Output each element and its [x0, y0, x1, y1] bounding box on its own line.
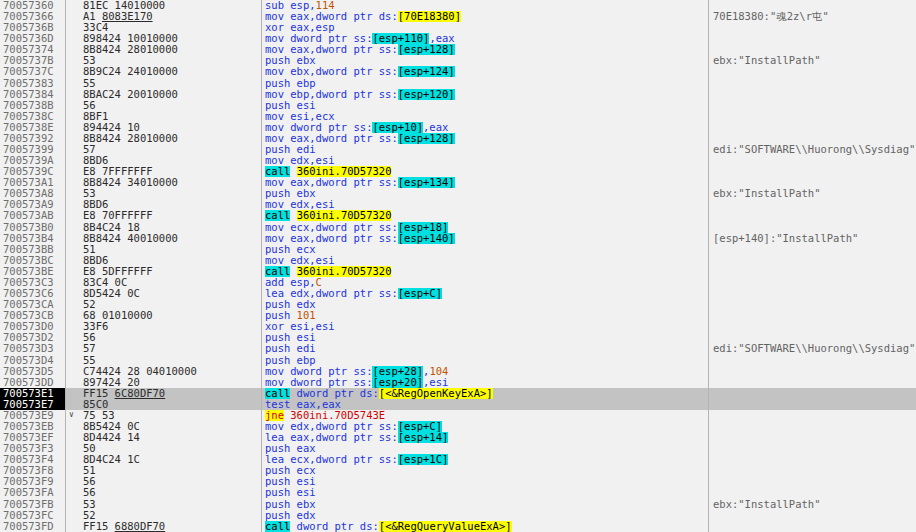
- instruction-cell[interactable]: call 360ini.70D57320: [261, 166, 708, 177]
- comment-cell[interactable]: [708, 443, 916, 454]
- disasm-row[interactable]: 700573E9∨75 53jne 360ini.70D5743E: [0, 410, 916, 421]
- instruction-cell[interactable]: push ebx: [261, 499, 708, 510]
- disasm-row[interactable]: 700573A98BD6mov edx,esi: [0, 199, 916, 210]
- disasm-row[interactable]: 700573928B8424 28010000mov eax,dword ptr…: [0, 133, 916, 144]
- disasm-row[interactable]: 700573D256push esi: [0, 332, 916, 343]
- bytes-cell[interactable]: 56: [65, 332, 261, 343]
- address-cell[interactable]: 700573B0: [0, 222, 65, 233]
- address-cell[interactable]: 7005737C: [0, 66, 65, 77]
- instruction-cell[interactable]: push ecx: [261, 465, 708, 476]
- comment-cell[interactable]: [708, 476, 916, 487]
- disasm-row[interactable]: 700573CB68 01010000push 101: [0, 310, 916, 321]
- address-cell[interactable]: 7005737B: [0, 55, 65, 66]
- bytes-cell[interactable]: 57: [65, 343, 261, 354]
- bytes-cell[interactable]: 68 01010000: [65, 310, 261, 321]
- disasm-row[interactable]: 700573A18B8424 34010000mov eax,dword ptr…: [0, 177, 916, 188]
- comment-cell[interactable]: ebx:"InstallPath": [708, 188, 916, 199]
- address-cell[interactable]: 700573D4: [0, 355, 65, 366]
- comment-cell[interactable]: [708, 299, 916, 310]
- disasm-row[interactable]: 700573A853push ebxebx:"InstallPath": [0, 188, 916, 199]
- comment-cell[interactable]: [708, 66, 916, 77]
- bytes-cell[interactable]: 56: [65, 487, 261, 498]
- comment-cell[interactable]: [708, 255, 916, 266]
- bytes-cell[interactable]: 8BD6: [65, 255, 261, 266]
- instruction-cell[interactable]: mov edx,dword ptr ss:[esp+C]: [261, 421, 708, 432]
- instruction-cell[interactable]: mov dword ptr ss:[esp+20],esi: [261, 377, 708, 388]
- address-cell[interactable]: 700573BB: [0, 244, 65, 255]
- comment-cell[interactable]: [708, 122, 916, 133]
- disasm-row[interactable]: 7005738B56push esi: [0, 100, 916, 111]
- comment-cell[interactable]: [708, 465, 916, 476]
- address-cell[interactable]: 700573E9: [0, 410, 65, 421]
- comment-cell[interactable]: [708, 277, 916, 288]
- comment-cell[interactable]: [708, 355, 916, 366]
- disasm-row[interactable]: 7005737B53push ebxebx:"InstallPath": [0, 55, 916, 66]
- comment-cell[interactable]: [708, 155, 916, 166]
- disasm-row[interactable]: 700573CA52push edx: [0, 299, 916, 310]
- address-cell[interactable]: 7005738B: [0, 100, 65, 111]
- address-cell[interactable]: 700573A8: [0, 188, 65, 199]
- bytes-cell[interactable]: 50: [65, 443, 261, 454]
- disasm-row[interactable]: 700573DD897424 20mov dword ptr ss:[esp+2…: [0, 377, 916, 388]
- comment-cell[interactable]: [esp+140]:"InstallPath": [708, 233, 916, 244]
- address-cell[interactable]: 700573FA: [0, 487, 65, 498]
- comment-cell[interactable]: [708, 510, 916, 521]
- disasm-row[interactable]: 700573D5C74424 28 04010000mov dword ptr …: [0, 366, 916, 377]
- address-cell[interactable]: 70057374: [0, 44, 65, 55]
- comment-cell[interactable]: ebx:"InstallPath": [708, 499, 916, 510]
- bytes-cell[interactable]: E8 7FFFFFFF: [65, 166, 261, 177]
- bytes-cell[interactable]: 8B4C24 18: [65, 222, 261, 233]
- bytes-cell[interactable]: 56: [65, 476, 261, 487]
- disasm-row[interactable]: 7005736D898424 10010000mov dword ptr ss:…: [0, 33, 916, 44]
- disasm-row[interactable]: 700573D033F6xor esi,esi: [0, 321, 916, 332]
- instruction-cell[interactable]: mov eax,dword ptr ss:[esp+128]: [261, 133, 708, 144]
- comment-cell[interactable]: [708, 421, 916, 432]
- instruction-cell[interactable]: lea edx,dword ptr ss:[esp+C]: [261, 288, 708, 299]
- address-cell[interactable]: 700573C6: [0, 288, 65, 299]
- comment-cell[interactable]: [708, 399, 916, 410]
- comment-cell[interactable]: [708, 310, 916, 321]
- disasm-row[interactable]: 700573E1FF15 6C80DF70call dword ptr ds:[…: [0, 388, 916, 399]
- disasm-row[interactable]: 700573F956push esi: [0, 476, 916, 487]
- disasm-row[interactable]: 700573BB51push ecx: [0, 244, 916, 255]
- bytes-cell[interactable]: 8BF1: [65, 111, 261, 122]
- disasm-row[interactable]: 7005737C8B9C24 24010000mov ebx,dword ptr…: [0, 66, 916, 77]
- comment-cell[interactable]: [708, 100, 916, 111]
- instruction-cell[interactable]: push esi: [261, 476, 708, 487]
- bytes-cell[interactable]: 8D4424 14: [65, 432, 261, 443]
- disasm-row[interactable]: 700573BEE8 5DFFFFFFcall 360ini.70D57320: [0, 266, 916, 277]
- instruction-cell[interactable]: xor eax,esp: [261, 22, 708, 33]
- bytes-cell[interactable]: E8 5DFFFFFF: [65, 266, 261, 277]
- bytes-cell[interactable]: 8BAC24 20010000: [65, 89, 261, 100]
- disasm-row[interactable]: 70057366A1 8083E170mov eax,dword ptr ds:…: [0, 11, 916, 22]
- address-cell[interactable]: 700573F4: [0, 454, 65, 465]
- address-cell[interactable]: 7005738C: [0, 111, 65, 122]
- disasm-row[interactable]: 700573EF8D4424 14lea eax,dword ptr ss:[e…: [0, 432, 916, 443]
- bytes-cell[interactable]: 81EC 14010000: [65, 0, 261, 11]
- disasm-row[interactable]: 700573ABE8 70FFFFFFcall 360ini.70D57320: [0, 210, 916, 221]
- disasm-row[interactable]: 700573748B8424 28010000mov eax,dword ptr…: [0, 44, 916, 55]
- address-cell[interactable]: 70057392: [0, 133, 65, 144]
- bytes-cell[interactable]: 8B8424 34010000: [65, 177, 261, 188]
- instruction-cell[interactable]: call 360ini.70D57320: [261, 210, 708, 221]
- address-cell[interactable]: 700573F8: [0, 465, 65, 476]
- address-cell[interactable]: 700573BE: [0, 266, 65, 277]
- instruction-cell[interactable]: mov ebp,dword ptr ss:[esp+120]: [261, 89, 708, 100]
- disasm-row[interactable]: 700573B48B8424 40010000mov eax,dword ptr…: [0, 233, 916, 244]
- comment-cell[interactable]: 70E18380:"魂2z\r屯": [708, 11, 916, 22]
- bytes-cell[interactable]: E8 70FFFFFF: [65, 210, 261, 221]
- bytes-cell[interactable]: 55: [65, 355, 261, 366]
- address-cell[interactable]: 700573AB: [0, 210, 65, 221]
- comment-cell[interactable]: [708, 521, 916, 532]
- address-cell[interactable]: 700573FD: [0, 521, 65, 532]
- bytes-cell[interactable]: 894424 10: [65, 122, 261, 133]
- bytes-cell[interactable]: 52: [65, 510, 261, 521]
- disasm-row[interactable]: 700573E785C0test eax,eax: [0, 399, 916, 410]
- instruction-cell[interactable]: push esi: [261, 100, 708, 111]
- bytes-cell[interactable]: 897424 20: [65, 377, 261, 388]
- comment-cell[interactable]: [708, 266, 916, 277]
- bytes-cell[interactable]: C74424 28 04010000: [65, 366, 261, 377]
- comment-cell[interactable]: [708, 244, 916, 255]
- instruction-cell[interactable]: lea ecx,dword ptr ss:[esp+1C]: [261, 454, 708, 465]
- bytes-cell[interactable]: 33C4: [65, 22, 261, 33]
